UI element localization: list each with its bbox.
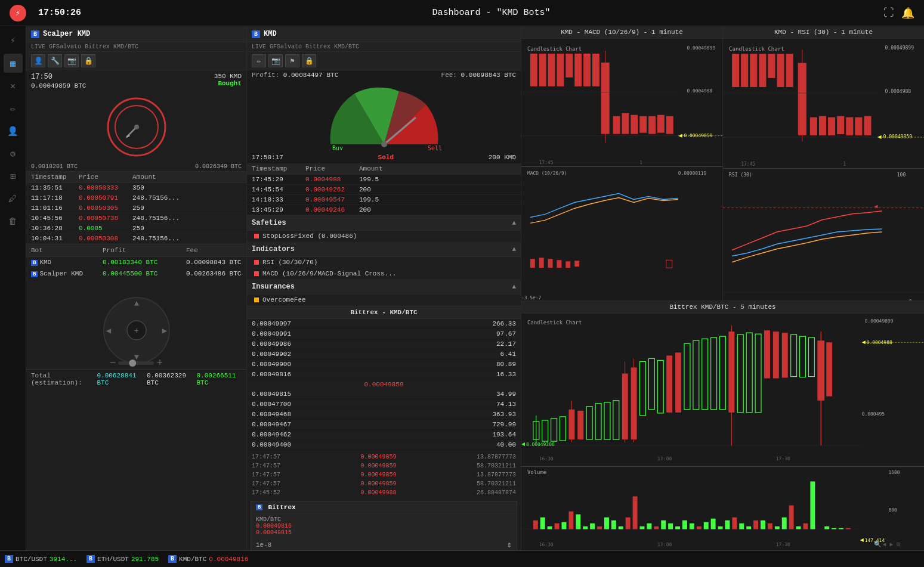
svg-rect-77 [819,116,826,135]
total-gain: 0.00266511 BTC [197,372,242,386]
orderbook-asks: 0.00049997 266.33 0.00049991 97.67 0.000… [247,319,521,380]
indicators-collapse-btn[interactable]: ▲ [512,246,516,253]
svg-text:16:30: 16:30 [539,542,554,547]
svg-rect-170 [611,520,616,529]
insurances-collapse-btn[interactable]: ▲ [512,283,516,290]
svg-rect-178 [668,523,673,529]
svg-text:0.0004988: 0.0004988 [867,340,892,345]
svg-text:Sell: Sell [428,145,442,150]
scalper-gauge [26,92,246,162]
kmd-toolbar-btn2[interactable]: 📷 [268,54,283,67]
toolbar-user-btn[interactable]: 👤 [31,54,45,67]
fullscreen-icon[interactable]: ⛶ [883,7,894,19]
kmd-toolbar-btn1[interactable]: ✏ [252,54,266,67]
svg-rect-193 [775,526,780,529]
svg-rect-36 [648,116,656,134]
svg-rect-29 [592,54,599,86]
kmd-trade-amount: 200 KMD [489,154,516,161]
sidebar-item-pen[interactable]: 🖊 [4,190,23,209]
stats-row-scalper: BScalper KMD 0.00445500 BTC 0.00263486 B… [26,268,246,280]
svg-rect-68 [741,54,748,87]
scalper-amount: 350 KMD [214,73,242,80]
svg-text:🔍: 🔍 [874,540,882,547]
kmd-table-header: Timestamp Price Amount [247,163,521,175]
notification-icon[interactable]: 🔔 [901,7,914,20]
toolbar-camera-btn[interactable]: 📷 [64,54,79,67]
sidebar-item-trash[interactable]: 🗑 [4,212,23,231]
zoom-out-btn[interactable]: − [110,357,116,369]
svg-rect-50 [565,261,570,268]
safeties-title: Safeties [252,219,286,227]
insurances-header[interactable]: Insurances ▲ [247,280,521,295]
btc5m-chart-svg: Candlestick Chart 0.00049899 0.0004988 0… [521,314,924,547]
table-row: 11:35:51 0.00050333 350 [26,183,246,193]
kmd-toolbar-btn4[interactable]: 🔒 [302,54,316,67]
svg-rect-82 [864,116,871,135]
zoom-slider[interactable] [119,361,154,365]
nav-area: ▲ ▼ ◀ ▶ + − + [26,292,246,369]
svg-text:800: 800 [888,507,897,513]
orderbook-bid-row: 0.00049467 729.99 [247,420,521,430]
topbar: ⚡ 17:50:26 Dashboard - "KMD Bots" ⛶ 🔔 [0,0,924,26]
svg-text:17:30: 17:30 [776,456,790,461]
orderbook-panel: Bittrex - KMD/BTC 0.00049997 266.33 0.00… [247,306,521,550]
safeties-collapse-btn[interactable]: ▲ [512,219,516,227]
safeties-header[interactable]: Safeties ▲ [247,216,521,231]
kmd-profit-fee: Profit: 0.00084497 BTC Fee: 0.00098843 B… [247,70,521,80]
insurances-title: Insurances [252,283,295,291]
bittrex-price1: 0.00049816 [256,523,512,529]
zoom-in-btn[interactable]: + [157,357,163,369]
kmd-subheader: LIVE GFSalvato Bittrex KMD/BTC [247,42,521,52]
svg-rect-188 [739,523,744,529]
ethusdt-value: 291.785 [131,556,159,563]
btc5m-chart-content: Candlestick Chart 0.00049899 0.0004988 0… [521,314,924,547]
svg-rect-79 [837,116,844,134]
sidebar-item-home[interactable]: ⚡ [4,31,23,50]
orderbook-header: Bittrex - KMD/BTC [247,306,521,319]
svg-rect-190 [753,520,758,529]
toolbar-lock-btn[interactable]: 🔒 [81,54,95,67]
status-btcusdt: B BTC/USDT 3914... [5,555,77,563]
toolbar-settings-btn[interactable]: 🔧 [48,54,62,67]
svg-rect-168 [597,526,602,529]
sidebar-item-dashboard[interactable]: ▦ [4,54,23,73]
svg-text:▶: ▶ [889,541,893,547]
svg-text:16:30: 16:30 [539,456,554,461]
sidebar-item-close[interactable]: ✕ [4,76,23,95]
kmd-toolbar-btn3[interactable]: ⚑ [285,54,299,67]
bittrex-scroll-btn[interactable]: ⇕ [507,540,512,550]
safeties-item: StopLossFixed (0.000486) [247,231,521,242]
svg-rect-194 [782,518,787,529]
btc5m-chart-panel: Bittrex KMD/BTC - 5 minutes Candlestick … [521,300,924,550]
bittrex-title: Bittrex [268,504,295,511]
safeties-item-label: StopLossFixed (0.000486) [262,233,357,240]
svg-rect-175 [647,523,651,529]
sidebar-item-user[interactable]: 👤 [4,122,23,141]
svg-rect-195 [789,506,794,529]
scalper-info: 17:50 0.00049859 BTC 350 KMD Bought [26,70,246,92]
svg-rect-23 [539,54,546,86]
svg-rect-22 [530,54,537,86]
svg-rect-173 [633,497,638,529]
svg-rect-201 [832,528,836,529]
charts-area: KMD - MACD (10/26/9) - 1 minute Candlest… [521,26,924,550]
svg-text:1: 1 [639,160,642,165]
svg-text:0.00000119: 0.00000119 [678,171,707,176]
svg-rect-166 [583,526,588,529]
svg-rect-80 [846,117,853,135]
svg-rect-35 [639,116,647,133]
scalper-panel: B Scalper KMD LIVE GFSalvato Bittrex KMD… [26,26,246,244]
indicator-item-rsi: RSI (30/30/70) [247,257,521,268]
kmd-panel: B KMD LIVE GFSalvato Bittrex KMD/BTC ✏ 📷… [247,26,521,216]
sidebar-item-settings[interactable]: ⚙ [4,144,23,163]
bittrex-tick: 1e-8 ⇕ [251,538,517,550]
sidebar-item-edit[interactable]: ✏ [4,99,23,118]
svg-rect-176 [654,526,659,529]
svg-text:⊞: ⊞ [897,541,900,547]
svg-rect-69 [750,54,757,87]
sidebar-item-layers[interactable]: ⊞ [4,167,23,186]
indicators-header[interactable]: Indicators ▲ [247,242,521,257]
rsi-chart-svg: Candlestick Chart 0.00049899 0.0004988 0… [723,39,924,300]
svg-rect-71 [768,54,775,78]
stats-row-kmd: BKMD 0.00183340 BTC 0.00098843 BTC 0.000… [26,257,246,268]
